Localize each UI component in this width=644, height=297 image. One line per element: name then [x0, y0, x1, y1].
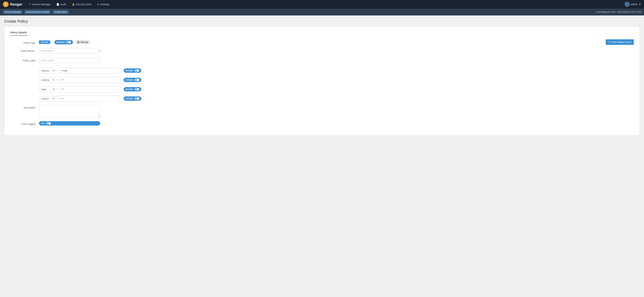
- navbar: R Ranger 🛡 Access Manager 📄 Audit 🔒 Secu…: [0, 0, 644, 9]
- nav-security-zone-label: Security Zone: [76, 3, 91, 6]
- breadcrumb-create-policy[interactable]: Create Policy: [52, 10, 69, 14]
- column-tag-input[interactable]: ✕ *: [59, 95, 120, 102]
- description-label: Description: [10, 105, 39, 109]
- catalog-tag-input[interactable]: ✕ hive: [59, 67, 120, 74]
- description-row: Description: [10, 105, 634, 118]
- page-title: Create Policy: [4, 19, 640, 24]
- admin-label: admin: [631, 3, 638, 6]
- form-card: Policy Details: Policy Type Access Enabl…: [4, 26, 640, 135]
- nav-settings[interactable]: ⚙ Settings: [94, 1, 112, 7]
- enabled-toggle-wrap[interactable]: Enabled: [54, 40, 73, 44]
- schema-include-toggle[interactable]: Include: [124, 78, 141, 82]
- admin-menu[interactable]: 👤 admin ▼: [624, 2, 641, 7]
- resource-row-table: table * ✕ * Include: [10, 86, 634, 92]
- catalog-include-label: Include: [126, 69, 133, 72]
- policy-label-input[interactable]: [39, 58, 100, 63]
- info-icon[interactable]: ℹ: [99, 49, 100, 52]
- audit-logging-toggle[interactable]: Yes: [39, 121, 100, 125]
- table-tag-star-label: *: [63, 88, 64, 91]
- section-title: Policy Details:: [10, 31, 28, 36]
- table-select-wrap: table *: [39, 87, 58, 92]
- policy-type-left: Policy Type Access Enabled Normal: [10, 40, 90, 44]
- column-select-wrap: column *: [39, 96, 58, 101]
- brand[interactable]: R Ranger: [3, 1, 22, 7]
- column-include-switch[interactable]: [134, 97, 140, 100]
- policy-name-control-wrap: ℹ: [39, 48, 100, 53]
- table-tag-input[interactable]: ✕ *: [59, 86, 120, 92]
- column-tag-star-label: *: [63, 97, 64, 100]
- schema-select-wrap: schema *: [39, 77, 58, 83]
- normal-toggle-dot: [77, 41, 80, 43]
- schema-include-switch[interactable]: [134, 78, 140, 81]
- enabled-toggle-switch[interactable]: [66, 41, 71, 44]
- page-content: Create Policy Policy Details: Policy Typ…: [0, 15, 644, 295]
- admin-dropdown-icon: ▼: [638, 3, 641, 6]
- policy-type-label: Policy Type: [10, 40, 39, 44]
- policy-label-control-wrap: [39, 58, 100, 63]
- table-tag-star-remove[interactable]: ✕: [60, 88, 62, 90]
- audit-logging-label: Audit Logging: [10, 121, 39, 125]
- column-required: *: [56, 97, 58, 100]
- schema-required: *: [56, 79, 58, 81]
- nav-security-zone[interactable]: 🔒 Security Zone: [69, 1, 94, 7]
- policy-name-required: *: [34, 49, 36, 52]
- breadcrumb-service-manager[interactable]: Service Manager: [3, 10, 23, 14]
- catalog-input-wrap: ✕ hive: [59, 67, 120, 74]
- schema-tag-input[interactable]: ✕ *: [59, 77, 120, 83]
- nav-audit-label: Audit: [60, 3, 66, 6]
- nav-audit[interactable]: 📄 Audit: [54, 1, 69, 7]
- catalog-select[interactable]: catalog: [39, 68, 55, 73]
- catalog-include-switch[interactable]: [134, 69, 140, 72]
- last-response-label: Last Response Time :: [596, 11, 617, 13]
- lock-icon: 🔒: [72, 3, 75, 6]
- schema-tag-star-label: *: [63, 79, 64, 81]
- column-include-label: Include: [126, 97, 133, 100]
- policy-label-label: Policy Label: [10, 58, 39, 62]
- breadcrumb-amazonemrtrino-policies[interactable]: amazonemrtrino Policies: [24, 10, 52, 14]
- table-required: *: [56, 88, 58, 91]
- policy-label-row: Policy Label: [10, 58, 634, 64]
- resource-row-column: column * ✕ * Include: [10, 95, 634, 102]
- brand-label: Ranger: [10, 2, 22, 6]
- catalog-tag-hive: ✕ hive: [60, 69, 67, 72]
- schema-include-label: Include: [126, 79, 133, 81]
- policy-type-row: Policy Type Access Enabled Normal ⏱ Add …: [10, 39, 634, 45]
- table-include-toggle[interactable]: Include: [124, 87, 141, 91]
- policy-name-input[interactable]: [39, 48, 98, 53]
- column-include-toggle[interactable]: Include: [124, 96, 141, 101]
- shield-icon: 🛡: [28, 3, 31, 6]
- description-control-wrap: [39, 105, 100, 118]
- audit-icon: 📄: [56, 3, 59, 6]
- schema-select[interactable]: schema: [39, 77, 55, 83]
- brand-icon: R: [3, 1, 8, 7]
- audit-logging-control-wrap: Yes: [39, 121, 100, 125]
- catalog-tag-hive-remove[interactable]: ✕: [60, 69, 62, 72]
- catalog-tag-hive-label: hive: [63, 69, 67, 72]
- breadcrumb-bar: Service Manager amazonemrtrino Policies …: [0, 9, 644, 15]
- schema-tag-star-remove[interactable]: ✕: [60, 79, 62, 81]
- column-input-wrap: ✕ *: [59, 95, 120, 102]
- description-textarea[interactable]: [39, 105, 100, 117]
- add-validity-period-button[interactable]: ⏱ Add Validity Period: [606, 39, 634, 45]
- last-response-value: 06/17/2022 05:22:12 PM: [618, 11, 641, 13]
- resource-row-catalog: catalog * ✕ hive Include: [10, 67, 634, 74]
- audit-yes-label: Yes: [41, 122, 44, 125]
- enabled-label: Enabled: [56, 41, 65, 43]
- nav-access-manager[interactable]: 🛡 Access Manager: [26, 1, 53, 7]
- nav-settings-label: Settings: [100, 3, 110, 6]
- normal-toggle-label: Normal: [81, 41, 88, 43]
- catalog-include-toggle[interactable]: Include: [124, 68, 141, 73]
- gear-icon: ⚙: [97, 3, 99, 6]
- normal-toggle-wrap[interactable]: Normal: [75, 40, 90, 44]
- clock-icon: ⏱: [608, 41, 610, 43]
- table-include-switch[interactable]: [134, 88, 140, 91]
- column-select[interactable]: column: [39, 96, 55, 101]
- catalog-select-wrap: catalog *: [39, 68, 58, 73]
- schema-input-wrap: ✕ *: [59, 77, 120, 83]
- audit-yes-switch[interactable]: [46, 122, 51, 125]
- policy-type-badge: Access: [39, 40, 50, 44]
- column-tag-star-remove[interactable]: ✕: [60, 97, 62, 100]
- schema-tag-star: ✕ *: [60, 79, 64, 81]
- table-select[interactable]: table: [39, 87, 55, 92]
- breadcrumb: Service Manager amazonemrtrino Policies …: [3, 10, 69, 14]
